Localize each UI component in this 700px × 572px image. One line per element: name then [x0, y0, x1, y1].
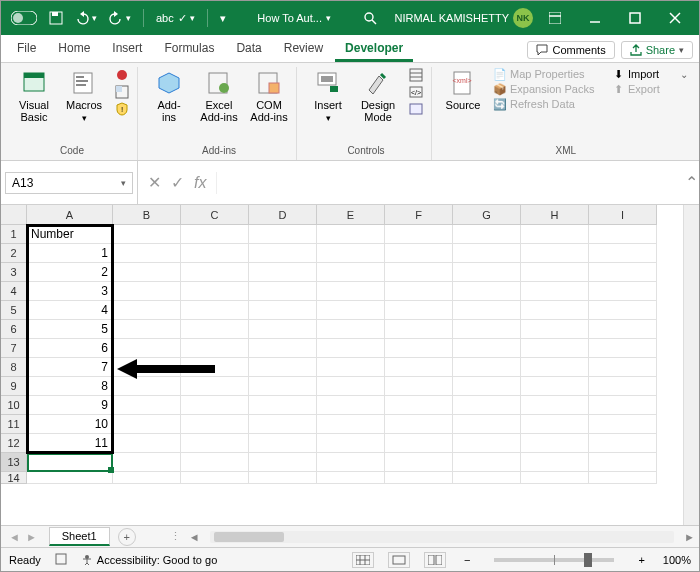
zoom-level[interactable]: 100%: [663, 554, 691, 566]
col-H[interactable]: H: [521, 205, 589, 225]
view-code-icon[interactable]: </>: [407, 84, 425, 100]
ribbon-options-icon[interactable]: [537, 1, 573, 35]
avatar[interactable]: NK: [513, 8, 533, 28]
expand-formula-icon[interactable]: ⌃: [683, 173, 699, 192]
sheet-prev-icon[interactable]: ◄: [9, 531, 20, 543]
row-6[interactable]: 6: [1, 320, 27, 339]
tab-data[interactable]: Data: [226, 36, 271, 62]
tab-formulas[interactable]: Formulas: [154, 36, 224, 62]
horizontal-scrollbar[interactable]: [210, 531, 675, 543]
col-G[interactable]: G: [453, 205, 521, 225]
row-10[interactable]: 10: [1, 396, 27, 415]
sheet-next-icon[interactable]: ►: [26, 531, 37, 543]
redo-button[interactable]: ▾: [105, 9, 135, 27]
col-A[interactable]: A: [27, 205, 113, 225]
cell-A12[interactable]: 11: [27, 434, 113, 453]
cell-A5[interactable]: 4: [27, 301, 113, 320]
cell-A13[interactable]: [27, 453, 113, 472]
comments-button[interactable]: Comments: [527, 41, 614, 59]
close-button[interactable]: [657, 1, 693, 35]
insert-controls-button[interactable]: Insert ▾: [307, 67, 349, 125]
design-mode-button[interactable]: Design Mode: [357, 67, 399, 125]
cell-A11[interactable]: 10: [27, 415, 113, 434]
row-1[interactable]: 1: [1, 225, 27, 244]
cell-A4[interactable]: 3: [27, 282, 113, 301]
accessibility-status[interactable]: Accessibility: Good to go: [81, 554, 217, 566]
run-dialog-icon[interactable]: [407, 101, 425, 117]
use-relative-icon[interactable]: [113, 84, 131, 100]
qat-overflow[interactable]: ▾: [216, 10, 230, 27]
macro-record-status-icon[interactable]: [55, 553, 67, 567]
col-F[interactable]: F: [385, 205, 453, 225]
ribbon-collapse-icon[interactable]: ⌄: [678, 67, 690, 82]
zoom-out-button[interactable]: −: [460, 554, 474, 566]
sheet-tab-1[interactable]: Sheet1: [49, 527, 110, 546]
col-E[interactable]: E: [317, 205, 385, 225]
normal-view-button[interactable]: [352, 552, 374, 568]
visual-basic-button[interactable]: Visual Basic: [13, 67, 55, 125]
cancel-formula-icon[interactable]: ✕: [148, 173, 161, 192]
cell-A9[interactable]: 8: [27, 377, 113, 396]
source-button[interactable]: <xml> Source: [442, 67, 484, 113]
add-sheet-button[interactable]: +: [118, 528, 136, 546]
hscroll-left-icon[interactable]: ◄: [185, 531, 204, 543]
page-break-view-button[interactable]: [424, 552, 446, 568]
select-all-triangle[interactable]: [1, 205, 27, 225]
hscroll-right-icon[interactable]: ►: [680, 531, 699, 543]
cell-A6[interactable]: 5: [27, 320, 113, 339]
doc-title[interactable]: How To Aut... ▾: [257, 12, 331, 24]
undo-button[interactable]: ▾: [71, 9, 101, 27]
expansion-packs-button[interactable]: 📦Expansion Packs: [492, 82, 602, 96]
row-11[interactable]: 11: [1, 415, 27, 434]
row-7[interactable]: 7: [1, 339, 27, 358]
excel-addins-button[interactable]: Excel Add-ins: [198, 67, 240, 125]
row-12[interactable]: 12: [1, 434, 27, 453]
com-addins-button[interactable]: COM Add-ins: [248, 67, 290, 125]
save-icon[interactable]: [45, 9, 67, 27]
tab-review[interactable]: Review: [274, 36, 333, 62]
col-D[interactable]: D: [249, 205, 317, 225]
properties-icon[interactable]: [407, 67, 425, 83]
row-13[interactable]: 13: [1, 453, 27, 472]
row-14[interactable]: 14: [1, 472, 27, 484]
maximize-button[interactable]: [617, 1, 653, 35]
tab-developer[interactable]: Developer: [335, 36, 413, 62]
accept-formula-icon[interactable]: ✓: [171, 173, 184, 192]
refresh-data-button[interactable]: 🔄Refresh Data: [492, 97, 602, 111]
record-macro-icon[interactable]: [113, 67, 131, 83]
macros-button[interactable]: Macros ▾: [63, 67, 105, 125]
macro-security-icon[interactable]: !: [113, 101, 131, 117]
row-5[interactable]: 5: [1, 301, 27, 320]
cell-A3[interactable]: 2: [27, 263, 113, 282]
col-B[interactable]: B: [113, 205, 181, 225]
tab-insert[interactable]: Insert: [102, 36, 152, 62]
import-button[interactable]: ⬇Import: [610, 67, 662, 81]
export-button[interactable]: ⬆Export: [610, 82, 662, 96]
row-2[interactable]: 2: [1, 244, 27, 263]
tab-file[interactable]: File: [7, 36, 46, 62]
minimize-button[interactable]: [577, 1, 613, 35]
row-4[interactable]: 4: [1, 282, 27, 301]
search-icon[interactable]: [359, 9, 381, 27]
row-3[interactable]: 3: [1, 263, 27, 282]
tab-home[interactable]: Home: [48, 36, 100, 62]
cell-A2[interactable]: 1: [27, 244, 113, 263]
zoom-slider[interactable]: [494, 558, 614, 562]
formula-input[interactable]: [217, 165, 683, 201]
col-C[interactable]: C: [181, 205, 249, 225]
share-button[interactable]: Share ▾: [621, 41, 693, 59]
vertical-scrollbar[interactable]: [683, 205, 699, 525]
fx-icon[interactable]: fx: [194, 174, 206, 192]
cell-A7[interactable]: 6: [27, 339, 113, 358]
page-layout-view-button[interactable]: [388, 552, 410, 568]
zoom-in-button[interactable]: +: [634, 554, 648, 566]
spellcheck-icon[interactable]: abc✓▾: [152, 10, 199, 27]
row-8[interactable]: 8: [1, 358, 27, 377]
addins-button[interactable]: Add- ins: [148, 67, 190, 125]
col-I[interactable]: I: [589, 205, 657, 225]
cell-A10[interactable]: 9: [27, 396, 113, 415]
cell-A1[interactable]: Number: [27, 225, 113, 244]
name-box[interactable]: A13 ▾: [5, 172, 133, 194]
autosave-toggle[interactable]: [7, 9, 41, 27]
cell-A8[interactable]: 7: [27, 358, 113, 377]
